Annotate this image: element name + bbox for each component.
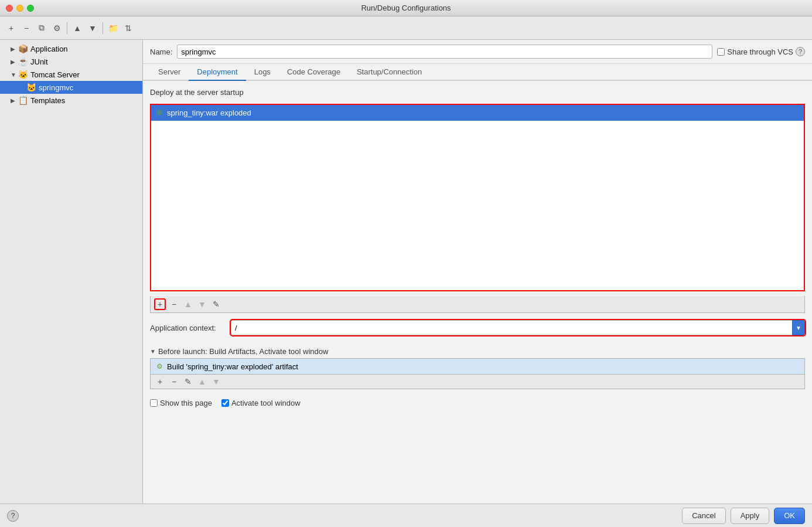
show-page-text: Show this page bbox=[160, 399, 212, 407]
sidebar-item-springmvc[interactable]: 🐱 springmvc bbox=[0, 81, 142, 94]
arrow-junit: ▶ bbox=[11, 59, 16, 65]
apply-button[interactable]: Apply bbox=[731, 508, 770, 524]
copy-config-button[interactable]: ⧉ bbox=[35, 22, 48, 35]
move-down-button[interactable]: ▼ bbox=[86, 22, 99, 35]
right-panel: Name: Share through VCS ? Server Deploym… bbox=[143, 40, 812, 504]
app-context-row: Application context: ▼ bbox=[150, 318, 805, 338]
ok-button[interactable]: OK bbox=[774, 508, 805, 524]
settings-button[interactable]: ⚙ bbox=[50, 22, 63, 35]
arrow-springmvc bbox=[19, 84, 25, 91]
before-launch-section: ▼ Before launch: Build Artifacts, Activa… bbox=[150, 345, 805, 389]
close-button[interactable] bbox=[6, 5, 13, 12]
tomcat-icon: 🐱 bbox=[18, 70, 28, 79]
tab-logs[interactable]: Logs bbox=[246, 64, 279, 81]
app-context-input[interactable] bbox=[231, 320, 792, 335]
toolbar: + − ⧉ ⚙ ▲ ▼ 📁 ⇅ bbox=[0, 16, 812, 40]
tab-server[interactable]: Server bbox=[150, 64, 189, 81]
deploy-item-label: spring_tiny:war exploded bbox=[167, 108, 251, 117]
application-icon: 📦 bbox=[18, 44, 28, 53]
deploy-edit-button[interactable]: ✎ bbox=[210, 298, 222, 310]
move-up-button[interactable]: ▲ bbox=[71, 22, 84, 35]
toolbar-separator bbox=[67, 22, 67, 34]
bottom-buttons: Cancel Apply OK bbox=[682, 508, 805, 524]
sort-button[interactable]: ⇅ bbox=[122, 22, 135, 35]
name-input[interactable] bbox=[177, 45, 712, 59]
before-launch-toolbar: + − ✎ ▲ ▼ bbox=[150, 375, 805, 389]
sidebar-item-label-application: Application bbox=[30, 45, 68, 53]
deploy-item-spring-tiny[interactable]: ⚙ spring_tiny:war exploded bbox=[151, 104, 804, 121]
before-launch-up-button[interactable]: ▲ bbox=[196, 376, 208, 387]
app-context-input-wrap: ▼ bbox=[231, 320, 805, 335]
window-title: Run/Debug Configurations bbox=[361, 4, 451, 12]
titlebar-buttons bbox=[6, 5, 34, 12]
deploy-list-outlined: ⚙ spring_tiny:war exploded bbox=[150, 104, 805, 291]
deploy-remove-button[interactable]: − bbox=[168, 298, 180, 310]
tab-code-coverage[interactable]: Code Coverage bbox=[279, 64, 349, 81]
before-launch-item[interactable]: ⚙ Build 'spring_tiny:war exploded' artif… bbox=[151, 359, 804, 374]
before-launch-header[interactable]: ▼ Before launch: Build Artifacts, Activa… bbox=[150, 345, 805, 358]
deploy-add-button[interactable]: + bbox=[154, 298, 166, 310]
panel-content: Deploy at the server startup ⚙ spring_ti… bbox=[143, 81, 812, 504]
main-container: + − ⧉ ⚙ ▲ ▼ 📁 ⇅ ▶ 📦 Application ▶ ☕ JUni… bbox=[0, 16, 812, 527]
sidebar-item-tomcat[interactable]: ▼ 🐱 Tomcat Server bbox=[0, 68, 142, 81]
tab-deployment[interactable]: Deployment bbox=[189, 64, 245, 81]
tabs-bar: Server Deployment Logs Code Coverage Sta… bbox=[143, 64, 812, 81]
deploy-down-button[interactable]: ▼ bbox=[196, 298, 208, 310]
sidebar-item-label-templates: Templates bbox=[30, 96, 65, 105]
activate-tool-checkbox[interactable] bbox=[221, 399, 229, 407]
war-exploded-icon: ⚙ bbox=[155, 108, 163, 117]
sidebar-item-application[interactable]: ▶ 📦 Application bbox=[0, 42, 142, 55]
deploy-list[interactable]: ⚙ spring_tiny:war exploded bbox=[150, 104, 805, 291]
sidebar-item-label-tomcat: Tomcat Server bbox=[30, 70, 80, 79]
share-vcs-checkbox[interactable] bbox=[717, 48, 725, 56]
deploy-list-toolbar: + − ▲ ▼ ✎ bbox=[150, 296, 805, 313]
toolbar-separator-2 bbox=[103, 22, 103, 34]
share-vcs-label: Share through VCS bbox=[727, 47, 793, 56]
arrow-application: ▶ bbox=[11, 46, 16, 52]
share-checkbox-area: Share through VCS ? bbox=[717, 47, 805, 56]
help-button[interactable]: ? bbox=[796, 47, 805, 56]
tab-startup-connection[interactable]: Startup/Connection bbox=[349, 64, 430, 81]
junit-icon: ☕ bbox=[18, 57, 28, 66]
templates-icon: 📋 bbox=[18, 96, 28, 105]
sidebar-item-label-junit: JUnit bbox=[30, 57, 48, 66]
before-launch-item-label: Build 'spring_tiny:war exploded' artifac… bbox=[167, 362, 298, 371]
add-config-button[interactable]: + bbox=[5, 22, 18, 35]
folder-button[interactable]: 📁 bbox=[107, 22, 120, 35]
sidebar: ▶ 📦 Application ▶ ☕ JUnit ▼ 🐱 Tomcat Ser… bbox=[0, 40, 143, 504]
before-launch-label: Before launch: Build Artifacts, Activate… bbox=[158, 347, 329, 356]
cancel-button[interactable]: Cancel bbox=[682, 508, 725, 524]
activate-tool-label: Activate tool window bbox=[221, 399, 301, 407]
before-launch-remove-button[interactable]: − bbox=[168, 376, 180, 387]
bottom-bar: ? Cancel Apply OK bbox=[0, 504, 812, 527]
show-page-label: Show this page bbox=[150, 399, 212, 407]
arrow-templates: ▶ bbox=[11, 97, 16, 104]
before-launch-down-button[interactable]: ▼ bbox=[210, 376, 222, 387]
minimize-button[interactable] bbox=[16, 5, 23, 12]
bottom-options: Show this page Activate tool window bbox=[150, 394, 805, 412]
name-row: Name: Share through VCS ? bbox=[143, 40, 812, 64]
sidebar-item-junit[interactable]: ▶ ☕ JUnit bbox=[0, 55, 142, 68]
before-launch-add-button[interactable]: + bbox=[154, 376, 166, 387]
deploy-up-button[interactable]: ▲ bbox=[182, 298, 194, 310]
deploy-section-label: Deploy at the server startup bbox=[150, 88, 805, 97]
show-page-checkbox[interactable] bbox=[150, 399, 158, 407]
sidebar-item-templates[interactable]: ▶ 📋 Templates bbox=[0, 94, 142, 107]
content-area: ▶ 📦 Application ▶ ☕ JUnit ▼ 🐱 Tomcat Ser… bbox=[0, 40, 812, 504]
app-context-dropdown[interactable]: ▼ bbox=[792, 320, 805, 335]
app-context-label: Application context: bbox=[150, 324, 226, 332]
name-label: Name: bbox=[150, 47, 172, 56]
titlebar: Run/Debug Configurations bbox=[0, 0, 812, 16]
maximize-button[interactable] bbox=[27, 5, 34, 12]
springmvc-icon: 🐱 bbox=[26, 83, 36, 92]
activate-tool-text: Activate tool window bbox=[231, 399, 301, 407]
sidebar-item-label-springmvc: springmvc bbox=[39, 83, 73, 92]
before-launch-edit-button[interactable]: ✎ bbox=[182, 376, 194, 387]
remove-config-button[interactable]: − bbox=[20, 22, 33, 35]
global-help-button[interactable]: ? bbox=[7, 510, 19, 522]
before-launch-artifact-icon: ⚙ bbox=[155, 362, 163, 370]
before-launch-arrow-icon: ▼ bbox=[150, 348, 156, 355]
before-launch-list: ⚙ Build 'spring_tiny:war exploded' artif… bbox=[150, 358, 805, 375]
arrow-tomcat: ▼ bbox=[11, 72, 16, 78]
